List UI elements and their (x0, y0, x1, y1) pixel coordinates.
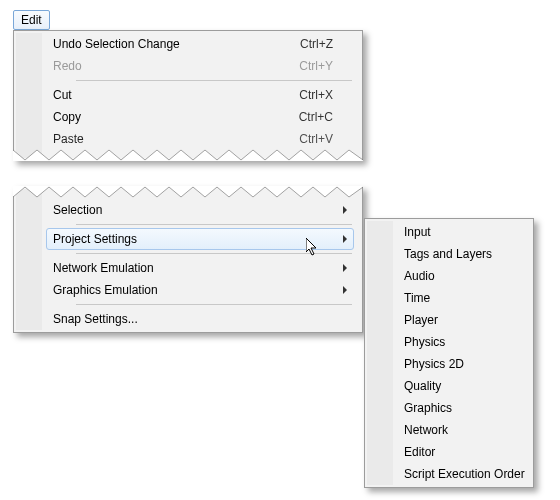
torn-edge-icon (13, 186, 363, 200)
menu-item-shortcut: Ctrl+V (299, 132, 333, 146)
menu-item-label: Editor (404, 445, 504, 459)
menu-item-snap-settings[interactable]: Snap Settings... (46, 308, 354, 330)
submenu-item-input[interactable]: Input (397, 221, 525, 243)
menu-item-label: Graphics Emulation (53, 283, 333, 297)
menu-item-label: Redo (53, 59, 259, 73)
submenu-item-tags-and-layers[interactable]: Tags and Layers (397, 243, 525, 265)
menu-item-copy[interactable]: Copy Ctrl+C (46, 106, 354, 128)
submenu-arrow-icon (343, 206, 347, 214)
menu-item-label: Network (404, 423, 504, 437)
project-settings-submenu: Input Tags and Layers Audio Time Player … (364, 218, 534, 488)
submenu-item-player[interactable]: Player (397, 309, 525, 331)
menu-item-label: Graphics (404, 401, 504, 415)
menubar-edit-button[interactable]: Edit (13, 10, 50, 30)
menu-item-label: Physics (404, 335, 504, 349)
menu-separator (76, 253, 352, 254)
submenu-item-graphics[interactable]: Graphics (397, 397, 525, 419)
menu-item-label: Input (404, 225, 504, 239)
menu-item-label: Snap Settings... (53, 312, 333, 326)
menu-item-paste[interactable]: Paste Ctrl+V (46, 128, 354, 150)
menu-item-label: Time (404, 291, 504, 305)
menu-item-cut[interactable]: Cut Ctrl+X (46, 84, 354, 106)
menu-item-label: Paste (53, 132, 259, 146)
svg-marker-0 (13, 150, 363, 161)
submenu-item-physics-2d[interactable]: Physics 2D (397, 353, 525, 375)
submenu-arrow-icon (343, 286, 347, 294)
menu-item-label: Audio (404, 269, 504, 283)
menu-item-label: Network Emulation (53, 261, 333, 275)
submenu-item-time[interactable]: Time (397, 287, 525, 309)
submenu-item-editor[interactable]: Editor (397, 441, 525, 463)
submenu-arrow-icon (343, 235, 347, 243)
menu-item-selection[interactable]: Selection (46, 199, 354, 221)
menu-item-shortcut: Ctrl+C (299, 110, 333, 124)
edit-menu-top: Undo Selection Change Ctrl+Z Redo Ctrl+Y… (13, 30, 363, 161)
menu-separator (76, 80, 352, 81)
submenu-item-physics[interactable]: Physics (397, 331, 525, 353)
submenu-item-script-execution-order[interactable]: Script Execution Order (397, 463, 525, 485)
menu-item-graphics-emulation[interactable]: Graphics Emulation (46, 279, 354, 301)
menu-item-shortcut: Ctrl+Z (300, 37, 333, 51)
menu-item-label: Selection (53, 203, 333, 217)
submenu-item-audio[interactable]: Audio (397, 265, 525, 287)
menu-item-network-emulation[interactable]: Network Emulation (46, 257, 354, 279)
menu-item-label: Copy (53, 110, 259, 124)
menu-item-undo[interactable]: Undo Selection Change Ctrl+Z (46, 33, 354, 55)
menu-item-label: Project Settings (53, 232, 333, 246)
menu-item-label: Physics 2D (404, 357, 504, 371)
menu-item-label: Undo Selection Change (53, 37, 260, 51)
menu-item-label: Quality (404, 379, 504, 393)
menu-item-label: Script Execution Order (404, 467, 525, 481)
menu-item-label: Tags and Layers (404, 247, 504, 261)
menu-item-project-settings[interactable]: Project Settings (46, 228, 354, 250)
menu-item-shortcut: Ctrl+Y (299, 59, 333, 73)
menu-separator (76, 304, 352, 305)
submenu-arrow-icon (343, 264, 347, 272)
menubar-edit-label: Edit (21, 13, 42, 27)
svg-marker-1 (13, 186, 363, 197)
submenu-item-network[interactable]: Network (397, 419, 525, 441)
menu-item-redo[interactable]: Redo Ctrl+Y (46, 55, 354, 77)
menu-item-shortcut: Ctrl+X (299, 88, 333, 102)
menu-separator (76, 224, 352, 225)
menu-item-label: Cut (53, 88, 259, 102)
submenu-item-quality[interactable]: Quality (397, 375, 525, 397)
menu-item-label: Player (404, 313, 504, 327)
edit-menu-bottom: Selection Project Settings Network Emula… (13, 186, 363, 333)
